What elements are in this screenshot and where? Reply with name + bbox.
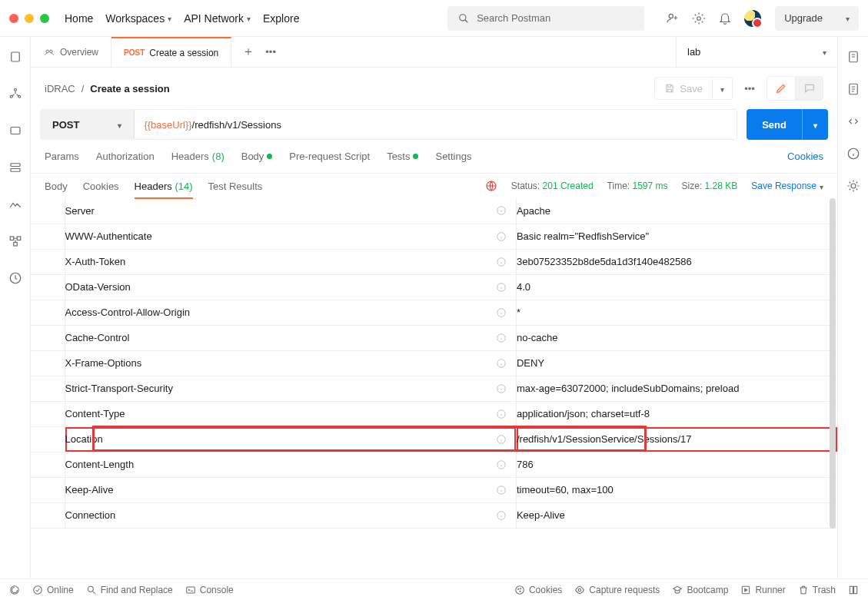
info-icon[interactable]: [496, 409, 507, 419]
apis-icon[interactable]: [8, 86, 23, 101]
notifications-bell-icon[interactable]: [718, 12, 732, 25]
nav-api-network[interactable]: API Network ▾: [184, 12, 251, 25]
row-gutter: [31, 249, 65, 274]
restab-test-results[interactable]: Test Results: [208, 181, 263, 192]
svg-line-1: [465, 19, 468, 22]
search-icon: [458, 13, 469, 24]
info-icon[interactable]: [496, 231, 507, 242]
minimize-window-icon[interactable]: [25, 14, 34, 23]
network-globe-icon[interactable]: [485, 180, 497, 192]
url-input[interactable]: {{baseUrl}}/redfish/v1/Sessions: [135, 109, 737, 140]
info-icon[interactable]: [496, 459, 507, 470]
edit-docs-button[interactable]: [767, 77, 795, 100]
bootcamp-button[interactable]: Bootcamp: [672, 585, 728, 595]
capture-requests-button[interactable]: Capture requests: [574, 585, 660, 595]
settings-gear-icon[interactable]: [692, 12, 706, 25]
info-icon[interactable]: [496, 333, 507, 343]
online-status[interactable]: Online: [32, 585, 74, 595]
save-options-button[interactable]: ▾: [713, 77, 733, 100]
history-icon[interactable]: [8, 270, 23, 286]
close-window-icon[interactable]: [9, 14, 18, 23]
svg-point-39: [516, 585, 524, 594]
trash-button[interactable]: Trash: [798, 585, 836, 595]
reqtab-headers-count: (8): [212, 151, 224, 162]
mock-servers-icon[interactable]: [8, 160, 23, 175]
tab-request[interactable]: POST Create a session: [111, 37, 231, 67]
info-icon[interactable]: [496, 282, 507, 293]
send-button[interactable]: Send ▾: [747, 109, 828, 140]
info-icon[interactable]: [496, 434, 507, 445]
more-actions-button[interactable]: •••: [740, 83, 759, 94]
header-value: DENY: [517, 357, 544, 369]
code-pane-icon[interactable]: [846, 114, 861, 129]
info-icon[interactable]: [496, 510, 507, 521]
header-key-cell: Connection: [65, 502, 516, 528]
env-name: lab: [687, 46, 700, 58]
console-button[interactable]: Console: [185, 585, 234, 595]
nav-explore[interactable]: Explore: [263, 12, 299, 25]
window-controls[interactable]: [9, 14, 49, 23]
new-tab-button[interactable]: ＋: [242, 44, 254, 60]
send-options-caret[interactable]: ▾: [802, 109, 828, 140]
reqtab-prerequest[interactable]: Pre-request Script: [289, 151, 370, 162]
find-replace-button[interactable]: Find and Replace: [86, 585, 173, 595]
panes-toggle-button[interactable]: [848, 585, 859, 595]
restab-cookies[interactable]: Cookies: [83, 181, 119, 192]
info-icon[interactable]: [496, 358, 507, 369]
comments-button[interactable]: [795, 77, 823, 100]
svg-rect-12: [17, 237, 21, 240]
info-icon[interactable]: [496, 485, 507, 496]
http-method-selector[interactable]: POST ▾: [40, 109, 135, 140]
reqtab-body[interactable]: Body: [241, 151, 273, 162]
docs-pane-icon[interactable]: [846, 49, 861, 65]
header-value-cell: timeout=60, max=100: [516, 477, 837, 502]
svg-rect-10: [11, 169, 20, 172]
info-icon[interactable]: [496, 307, 507, 318]
reqtab-settings[interactable]: Settings: [435, 151, 471, 162]
info-icon[interactable]: [496, 257, 507, 267]
save-response-button[interactable]: Save Response ▾: [751, 181, 823, 191]
comments-pane-icon[interactable]: [846, 81, 861, 97]
save-button[interactable]: Save: [654, 77, 713, 100]
maximize-window-icon[interactable]: [40, 14, 49, 23]
footer-cookies-button[interactable]: Cookies: [514, 585, 562, 595]
upgrade-button[interactable]: Upgrade ▾: [775, 6, 859, 31]
breadcrumb-root[interactable]: iDRAC: [45, 83, 75, 94]
info-icon[interactable]: [496, 205, 507, 216]
reqtab-tests[interactable]: Tests: [387, 151, 418, 162]
collections-icon[interactable]: [8, 49, 23, 65]
invite-icon[interactable]: [666, 12, 680, 25]
header-value: Apache: [517, 205, 550, 217]
runner-button[interactable]: Runner: [740, 585, 785, 595]
svg-point-3: [697, 16, 701, 20]
table-row: Location/redfish/v1/SessionService/Sessi…: [31, 426, 837, 452]
reqtab-authorization[interactable]: Authorization: [96, 151, 155, 162]
scrollbar[interactable]: [830, 198, 836, 529]
info-pane-icon[interactable]: [846, 146, 861, 161]
avatar[interactable]: [744, 10, 761, 27]
header-key-cell: Content-Length: [65, 452, 516, 477]
header-key: Location: [65, 433, 103, 445]
header-key-cell: Strict-Transport-Security: [65, 376, 516, 401]
search-input[interactable]: Search Postman: [447, 6, 644, 31]
nav-workspaces[interactable]: Workspaces ▾: [105, 12, 171, 25]
reqtab-params[interactable]: Params: [45, 151, 79, 162]
reqtab-headers[interactable]: Headers (8): [171, 151, 224, 162]
header-value-cell: Apache: [516, 198, 837, 224]
info-icon[interactable]: [496, 383, 507, 394]
environments-icon[interactable]: [8, 123, 23, 138]
tab-options-icon[interactable]: •••: [265, 46, 276, 58]
restab-body[interactable]: Body: [45, 181, 68, 192]
table-row: Access-Control-Allow-Origin*: [31, 300, 837, 325]
sync-status-icon[interactable]: [9, 585, 20, 595]
related-pane-icon[interactable]: [846, 178, 861, 194]
upgrade-label: Upgrade: [784, 12, 823, 24]
tab-overview[interactable]: Overview: [31, 37, 111, 67]
header-key: Content-Type: [65, 408, 125, 419]
flows-icon[interactable]: [8, 234, 23, 249]
environment-selector[interactable]: lab ▾: [676, 37, 837, 67]
nav-home[interactable]: Home: [65, 12, 93, 25]
cookies-link[interactable]: Cookies: [787, 151, 823, 162]
restab-headers[interactable]: Headers (14): [135, 181, 193, 192]
monitors-icon[interactable]: [8, 197, 23, 212]
